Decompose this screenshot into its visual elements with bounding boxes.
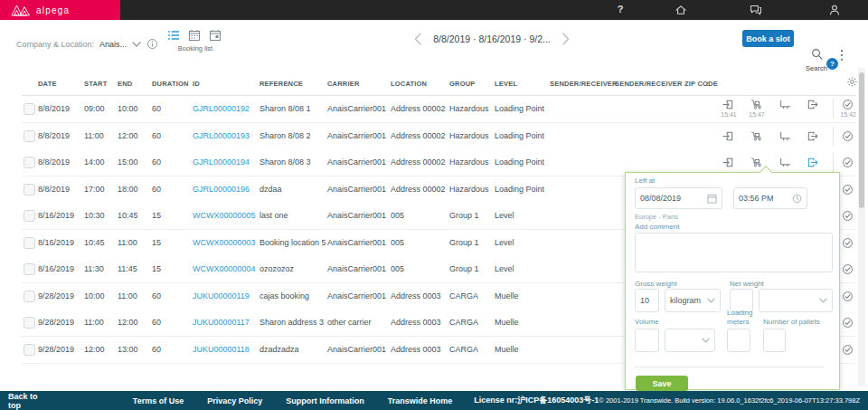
cell-location: Address 00002: [391, 149, 446, 176]
calendar-icon[interactable]: [707, 194, 717, 204]
row-checkbox[interactable]: [24, 210, 35, 222]
loading-icon[interactable]: [750, 99, 762, 110]
row-checkbox[interactable]: [24, 130, 35, 142]
departure-icon[interactable]: [807, 99, 818, 110]
cell-location: Address 0003: [391, 337, 441, 363]
row-checkbox[interactable]: [24, 103, 35, 115]
cell-date: 8/16/2019: [38, 203, 74, 229]
number-of-pallets-input[interactable]: [763, 329, 786, 352]
volume-input[interactable]: [635, 329, 659, 352]
row-checkbox[interactable]: [24, 263, 35, 275]
cell-date: 8/16/2019: [38, 230, 74, 256]
save-button[interactable]: Save: [636, 376, 688, 391]
cell-group: Group 1: [449, 256, 479, 282]
cell-level: Level: [495, 230, 514, 256]
gross-weight-unit-select[interactable]: kilogram: [665, 289, 721, 312]
footer-link-support-information[interactable]: Support Information: [286, 396, 364, 405]
status-check-icon[interactable]: [842, 291, 854, 302]
cell-id[interactable]: GJRL00000192: [193, 96, 250, 122]
net-weight-label: Net weight: [730, 280, 764, 288]
cell-id[interactable]: JUKU00000119: [193, 283, 250, 310]
row-checkbox[interactable]: [24, 291, 35, 302]
cell-reference: dzdaa: [259, 176, 282, 203]
status-check-icon[interactable]: [842, 237, 854, 249]
left-at-date-field[interactable]: 08/08/2019: [635, 187, 722, 209]
cell-level: Loading Point: [495, 96, 544, 122]
net-weight-unit-select[interactable]: [759, 289, 833, 312]
departure-icon[interactable]: [807, 157, 818, 168]
status-check-icon[interactable]: [842, 184, 854, 195]
arrival-icon[interactable]: [722, 157, 734, 168]
cell-end: 18:00: [118, 176, 138, 203]
status-check-icon[interactable]: [842, 317, 854, 329]
license-number: License nr:沪ICP备16054003号-1: [474, 395, 599, 406]
cell-carrier: AnaisCarrier001: [327, 283, 386, 310]
row-checkbox[interactable]: [24, 184, 35, 195]
cell-level: Loading Point: [495, 149, 544, 176]
row-checkbox[interactable]: [24, 317, 35, 329]
departure-icon[interactable]: [807, 130, 818, 142]
cell-id[interactable]: WCWX00000003: [193, 230, 256, 256]
scrollbar-thumb[interactable]: [859, 72, 864, 208]
cell-date: 8/16/2019: [38, 256, 74, 282]
loading-icon[interactable]: [750, 130, 762, 142]
row-checkbox[interactable]: [24, 237, 35, 249]
cell-duration: 60: [152, 176, 161, 203]
dock-icon[interactable]: [779, 157, 791, 168]
cell-carrier: AnaisCarrier001: [327, 256, 386, 282]
cell-group: CARGA: [449, 310, 478, 336]
chevron-down-icon: [819, 298, 827, 303]
footer-link-terms-of-use[interactable]: Terms of Use: [133, 396, 184, 405]
cell-date: 9/28/2019: [38, 337, 74, 363]
status-check-icon[interactable]: [842, 210, 854, 222]
cell-id[interactable]: GJRL00000193: [193, 123, 250, 149]
cell-location: Address 0003: [391, 310, 441, 336]
loading-time: 15:47: [744, 111, 769, 118]
loading-icon[interactable]: [750, 157, 762, 168]
cell-duration: 60: [152, 123, 161, 149]
cell-level: Muelle: [495, 337, 519, 363]
gross-weight-input[interactable]: 10: [635, 289, 659, 312]
cell-duration: 60: [152, 310, 161, 336]
cell-end: 11:45: [118, 256, 137, 282]
row-checkbox[interactable]: [24, 344, 35, 356]
status-check-icon[interactable]: [842, 130, 854, 142]
row-checkbox[interactable]: [24, 157, 35, 168]
dock-icon[interactable]: [779, 130, 791, 142]
cell-end: 10:00: [118, 96, 138, 122]
footer-link-privacy-policy[interactable]: Privacy Policy: [207, 396, 262, 405]
cell-end: 11:00: [118, 230, 137, 256]
left-at-time-field[interactable]: 03:56 PM: [733, 187, 807, 209]
dock-icon[interactable]: [779, 99, 791, 110]
cell-id[interactable]: GJRL00000196: [193, 176, 250, 203]
cell-id[interactable]: JUKU00000118: [193, 337, 250, 363]
cell-date: 8/8/2019: [38, 176, 70, 203]
cell-date: 8/8/2019: [38, 96, 70, 122]
cell-carrier: other carrier: [327, 310, 372, 336]
cell-carrier: AnaisCarrier001: [327, 230, 386, 256]
cell-start: 09:00: [84, 96, 105, 122]
footer: Back to top Terms of UsePrivacy PolicySu…: [0, 391, 868, 410]
comment-textarea[interactable]: [635, 233, 833, 272]
clock-icon[interactable]: [792, 194, 802, 204]
cell-start: 11:00: [84, 123, 104, 149]
cell-group: CARGA: [449, 337, 478, 363]
footer-link-transwide-home[interactable]: Transwide Home: [388, 396, 453, 405]
volume-unit-select[interactable]: [665, 329, 715, 352]
status-check-icon[interactable]: [842, 157, 854, 168]
cell-id[interactable]: WCWX00000004: [193, 256, 256, 282]
left-at-date-value: 08/08/2019: [640, 194, 681, 203]
copyright-build-version: © 2001-2019 Transwide. Build version: 19…: [599, 396, 860, 405]
cell-duration: 60: [152, 96, 161, 122]
cell-start: 10:45: [84, 230, 105, 256]
cell-id[interactable]: WCWX00000005: [193, 203, 256, 229]
status-check-icon[interactable]: [842, 263, 854, 275]
status-check-icon[interactable]: [842, 99, 854, 110]
arrival-icon[interactable]: [722, 99, 734, 110]
back-to-top-link[interactable]: Back to top: [8, 392, 43, 410]
loading-meters-input[interactable]: [727, 329, 750, 352]
arrival-icon[interactable]: [722, 130, 734, 142]
status-check-icon[interactable]: [842, 344, 854, 356]
cell-id[interactable]: JUKU00000117: [193, 310, 250, 336]
cell-id[interactable]: GJRL00000194: [193, 149, 250, 176]
